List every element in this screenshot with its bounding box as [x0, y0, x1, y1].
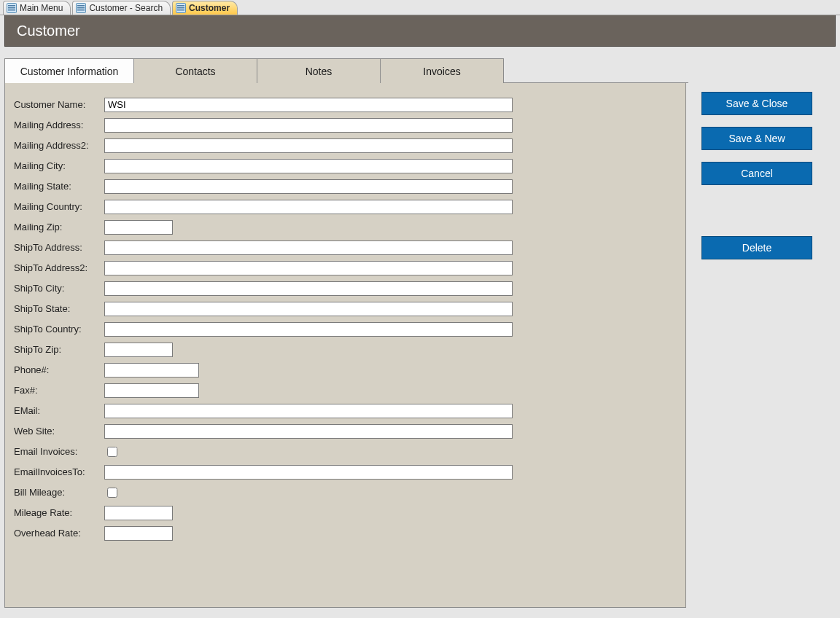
field-label: EmailInvoicesTo:	[14, 466, 104, 477]
form-banner: Customer	[4, 15, 836, 47]
mileage-rate-input[interactable]	[104, 506, 173, 520]
field-row-mailing-address2: Mailing Address2:	[14, 137, 677, 154]
field-row-mailing-address: Mailing Address:	[14, 117, 677, 133]
field-row-email: EMail:	[14, 402, 677, 419]
document-tab-customer[interactable]: Customer	[172, 1, 238, 15]
field-label: Mileage Rate:	[14, 507, 104, 518]
field-row-shipto-country: ShipTo Country:	[14, 321, 677, 337]
field-row-mileage-rate: Mileage Rate:	[14, 504, 677, 521]
field-label: EMail:	[14, 405, 104, 416]
field-row-email-invoices: Email Invoices:	[14, 443, 677, 460]
svg-rect-6	[77, 7, 85, 9]
email-invoices-checkbox[interactable]	[107, 447, 117, 457]
shipto-state-input[interactable]	[104, 302, 513, 316]
mailing-address-input[interactable]	[104, 118, 513, 133]
svg-rect-5	[77, 5, 85, 7]
mailing-country-input[interactable]	[104, 200, 513, 214]
field-row-mailing-zip: Mailing Zip:	[14, 219, 677, 235]
field-label: Mailing Address:	[14, 120, 104, 130]
customer-name-input[interactable]	[104, 98, 513, 112]
field-label: ShipTo Address2:	[14, 262, 104, 273]
svg-rect-7	[77, 9, 85, 11]
field-label: ShipTo Zip:	[14, 344, 104, 355]
save-and-close-button[interactable]: Save & Close	[701, 92, 812, 115]
document-tab-strip: Main MenuCustomer - SearchCustomer	[0, 0, 840, 15]
field-row-email-invoices-to: EmailInvoicesTo:	[14, 464, 677, 480]
svg-rect-1	[8, 5, 15, 7]
field-label: Email Invoices:	[14, 446, 104, 457]
form-tabstrip: Customer InformationContactsNotesInvoice…	[4, 58, 688, 83]
svg-rect-2	[8, 7, 15, 9]
bill-mileage-checkbox[interactable]	[107, 488, 117, 498]
field-label: Phone#:	[14, 364, 104, 375]
form-title: Customer	[17, 23, 80, 39]
document-tab-customer-search[interactable]: Customer - Search	[72, 1, 171, 15]
overhead-rate-input[interactable]	[104, 526, 173, 541]
field-label: Customer Name:	[14, 99, 104, 110]
field-row-overhead-rate: Overhead Rate:	[14, 525, 677, 541]
shipto-zip-input[interactable]	[104, 343, 173, 357]
save-and-new-button[interactable]: Save & New	[701, 127, 812, 150]
shipto-address-input[interactable]	[104, 240, 513, 255]
form-tab-contacts[interactable]: Contacts	[134, 58, 257, 84]
field-row-mailing-state: Mailing State:	[14, 178, 677, 195]
field-row-fax: Fax#:	[14, 382, 677, 399]
field-row-shipto-state: ShipTo State:	[14, 300, 677, 317]
email-invoices-to-input[interactable]	[104, 465, 513, 480]
form-tab-invoices[interactable]: Invoices	[381, 58, 504, 84]
field-label: Mailing Country:	[14, 201, 104, 212]
field-label: Mailing Address2:	[14, 140, 104, 151]
document-tab-label: Customer - Search	[89, 3, 163, 13]
field-row-shipto-city: ShipTo City:	[14, 280, 677, 297]
shipto-city-input[interactable]	[104, 281, 513, 296]
action-button-column: Save & Close Save & New Cancel Delete	[701, 92, 811, 271]
field-row-shipto-address: ShipTo Address:	[14, 239, 677, 256]
delete-button[interactable]: Delete	[701, 236, 812, 259]
svg-rect-3	[8, 9, 15, 11]
mailing-address2-input[interactable]	[104, 138, 513, 153]
svg-rect-11	[177, 9, 184, 11]
phone-input[interactable]	[104, 363, 199, 378]
svg-rect-9	[177, 5, 184, 7]
field-label: ShipTo Address:	[14, 242, 104, 253]
form-icon	[7, 3, 17, 13]
document-tab-label: Main Menu	[20, 3, 63, 13]
customer-info-panel: Customer Name:Mailing Address:Mailing Ad…	[4, 83, 686, 608]
field-row-customer-name: Customer Name:	[14, 96, 677, 113]
field-row-shipto-address2: ShipTo Address2:	[14, 259, 677, 276]
mailing-state-input[interactable]	[104, 179, 513, 194]
email-input[interactable]	[104, 404, 513, 418]
form-icon	[76, 3, 86, 13]
field-label: Mailing State:	[14, 181, 104, 192]
field-label: ShipTo Country:	[14, 324, 104, 335]
field-label: Fax#:	[14, 385, 104, 396]
field-label: ShipTo City:	[14, 283, 104, 294]
field-label: Overhead Rate:	[14, 528, 104, 539]
fax-input[interactable]	[104, 383, 199, 398]
field-label: Web Site:	[14, 426, 104, 437]
field-row-phone: Phone#:	[14, 361, 677, 378]
mailing-city-input[interactable]	[104, 159, 513, 173]
field-label: Mailing Zip:	[14, 222, 104, 232]
shipto-address2-input[interactable]	[104, 261, 513, 275]
svg-rect-10	[177, 7, 184, 9]
field-row-bill-mileage: Bill Mileage:	[14, 484, 677, 501]
form-icon	[176, 3, 186, 13]
field-label: Mailing City:	[14, 160, 104, 171]
form-tab-notes[interactable]: Notes	[257, 58, 381, 84]
field-label: Bill Mileage:	[14, 487, 104, 498]
document-tab-main-menu[interactable]: Main Menu	[3, 1, 71, 15]
form-tab-customer-information[interactable]: Customer Information	[4, 58, 134, 84]
field-row-website: Web Site:	[14, 423, 677, 439]
shipto-country-input[interactable]	[104, 322, 513, 337]
field-row-mailing-country: Mailing Country:	[14, 198, 677, 215]
document-tab-label: Customer	[189, 3, 230, 13]
website-input[interactable]	[104, 424, 513, 439]
field-label: ShipTo State:	[14, 303, 104, 314]
cancel-button[interactable]: Cancel	[701, 162, 812, 185]
mailing-zip-input[interactable]	[104, 220, 173, 235]
field-row-mailing-city: Mailing City:	[14, 157, 677, 174]
field-row-shipto-zip: ShipTo Zip:	[14, 341, 677, 358]
